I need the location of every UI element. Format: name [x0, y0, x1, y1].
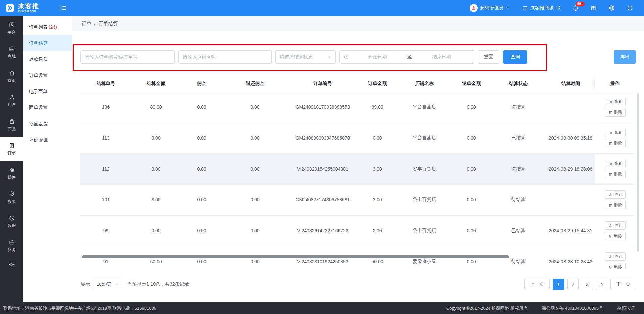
view-button[interactable]: 查看: [605, 129, 626, 137]
cell-settle-id: 113: [80, 123, 131, 153]
cell-refund-amount: 0.00: [452, 184, 491, 215]
table-row: 112 3.00 0.00 0.00 VI240829154255004381 …: [80, 153, 635, 184]
eye-icon: [608, 255, 612, 259]
cell-commission: 0.00: [181, 184, 222, 215]
footer-police-link[interactable]: 湘公网安备 43010402000895号: [542, 305, 603, 311]
cell-refund-amount: 0.00: [452, 123, 491, 153]
submenu-item-review-management[interactable]: 评价管理: [23, 132, 72, 148]
external-link-icon: [556, 6, 561, 10]
trash-icon: [608, 203, 612, 207]
language-button[interactable]: [608, 5, 615, 11]
cell-time: 2024-08-23 10:23:43: [546, 246, 595, 269]
delete-button[interactable]: 删除: [605, 108, 626, 117]
sidebar-item-data[interactable]: 数据: [0, 210, 23, 234]
shop-name-input[interactable]: [178, 50, 272, 64]
page-size-select[interactable]: 10条/页: [93, 279, 122, 290]
globe-icon: [608, 5, 615, 11]
view-button[interactable]: 查看: [605, 252, 626, 261]
prev-page-button[interactable]: 上一页: [524, 279, 550, 290]
cell-order-amount: 2.00: [358, 215, 397, 246]
gift-icon: [590, 5, 597, 11]
table-row: 136 89.00 0.00 0.00 GM240910170836388553…: [80, 92, 635, 123]
delete-button[interactable]: 删除: [605, 170, 626, 178]
settlement-status-select[interactable]: 请选择结算状态: [275, 50, 336, 64]
user-menu[interactable]: 超级管理员: [470, 4, 511, 12]
order-submenu: 订单列表(24) 订单结算 退款售后 订单设置 电子面单 面单设置 批量发货 评…: [23, 16, 72, 302]
logo[interactable]: 来客推 laiketui.com: [0, 3, 45, 13]
mall-link[interactable]: 来客推商城: [522, 5, 561, 11]
sidebar-item-mall[interactable]: 商城: [0, 40, 23, 64]
sidebar-item-finance[interactable]: 财务: [0, 234, 23, 258]
view-button[interactable]: 查看: [605, 221, 626, 230]
search-button[interactable]: 查询: [503, 50, 527, 64]
page-button-4[interactable]: 4: [596, 279, 607, 290]
page-button-3[interactable]: 3: [582, 279, 593, 290]
delete-button[interactable]: 删除: [605, 201, 626, 209]
sidebar-item-home[interactable]: 首页: [0, 64, 23, 89]
eye-icon: [608, 100, 612, 104]
power-icon: [627, 5, 633, 11]
cell-shop-name: 平台自营店: [397, 123, 452, 153]
sidebar-item-platform[interactable]: 平台: [0, 16, 23, 40]
submenu-item-order-settings[interactable]: 订单设置: [23, 67, 72, 83]
breadcrumb-parent[interactable]: 订单: [81, 20, 91, 27]
cell-commission: 0.00: [181, 92, 222, 123]
delete-button[interactable]: 删除: [605, 263, 626, 269]
delete-button[interactable]: 删除: [605, 232, 626, 240]
gear-icon: [9, 261, 15, 268]
footer-license-link[interactable]: 执照认证: [617, 305, 635, 311]
cell-order-amount: 3.00: [358, 184, 397, 215]
chevron-down-icon: [327, 55, 332, 59]
notifications-button[interactable]: 99+: [572, 5, 579, 11]
submenu-item-refund-aftersale[interactable]: 退款售后: [23, 51, 72, 67]
sidebar-item-users[interactable]: 用户: [0, 89, 23, 113]
page-button-1[interactable]: 1: [553, 279, 564, 290]
cell-refund-amount: 0.00: [452, 153, 491, 184]
cell-order-no: GM240827174306758681: [287, 184, 358, 215]
delete-button[interactable]: 删除: [605, 139, 626, 147]
breadcrumb-separator: /: [94, 21, 95, 27]
sidebar-item-plugins[interactable]: 插件: [0, 161, 23, 185]
cell-time: 2024-08-30 09:35:18: [546, 123, 595, 153]
date-range-picker[interactable]: 开始日期 至 结束日期: [339, 50, 474, 64]
view-button[interactable]: 查看: [605, 98, 626, 106]
view-button[interactable]: 查看: [605, 190, 626, 199]
reset-button[interactable]: 重置: [478, 50, 499, 64]
top-header: 来客推 laiketui.com 超级管理员 来客推商城 99+: [0, 0, 644, 16]
vertical-scrollbar[interactable]: [637, 93, 639, 251]
sidebar-item-orders[interactable]: 订单: [0, 137, 23, 161]
cell-time: [546, 92, 595, 123]
order-icon: [9, 142, 15, 149]
cell-shop-name: 平台自营店: [397, 92, 452, 123]
cell-refund-commission: 0.00: [222, 153, 287, 184]
submenu-item-order-list[interactable]: 订单列表(24): [23, 19, 72, 35]
submenu-item-waybill-settings[interactable]: 面单设置: [23, 99, 72, 116]
cell-settle-id: 136: [80, 92, 131, 123]
next-page-button[interactable]: 下一页: [610, 279, 636, 290]
settlement-table: 结算单号 结算金额 佣金 退还佣金 订单编号 订单金额 店铺名称 退单金额 结算…: [80, 76, 635, 269]
sidebar-item-permissions[interactable]: 权限: [0, 185, 23, 210]
horizontal-scrollbar[interactable]: [82, 255, 509, 258]
collapse-menu-icon[interactable]: [60, 5, 67, 11]
order-no-input[interactable]: [80, 50, 175, 64]
sidebar-item-label: 订单: [8, 150, 16, 156]
page-button-2[interactable]: 2: [567, 279, 579, 290]
show-label: 显示: [80, 281, 90, 287]
sidebar-item-more[interactable]: [0, 258, 23, 271]
logout-button[interactable]: [627, 5, 633, 11]
export-button[interactable]: 导出: [614, 50, 636, 64]
chevron-down-icon: [506, 6, 511, 10]
sidebar-item-label: 平台: [8, 30, 16, 35]
cell-shop-name: 谷丰百货店: [397, 215, 452, 246]
sidebar-item-goods[interactable]: 商品: [0, 113, 23, 137]
gift-button[interactable]: [590, 5, 597, 11]
submenu-item-e-waybill[interactable]: 电子面单: [23, 83, 72, 99]
cell-status: 待结算: [491, 153, 546, 184]
eye-icon: [608, 131, 612, 135]
mall-link-label: 来客推商城: [530, 5, 554, 11]
user-name: 超级管理员: [480, 5, 503, 11]
submenu-item-order-settlement[interactable]: 订单结算: [23, 35, 72, 51]
view-button[interactable]: 查看: [605, 160, 626, 168]
submenu-item-batch-shipping[interactable]: 批量发货: [23, 116, 72, 132]
trash-icon: [608, 265, 612, 269]
